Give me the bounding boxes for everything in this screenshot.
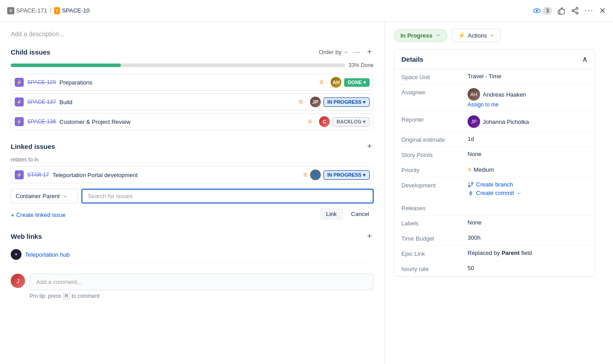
issue-type-icon: ⚡ [15, 78, 24, 87]
priority-text: Medium [473, 166, 494, 173]
releases-row: Releases [394, 200, 595, 216]
link-search-input[interactable] [81, 189, 374, 203]
link-type-select[interactable]: Container Parent [11, 189, 78, 203]
linked-issue-star17[interactable]: ⚡ STAR-17 Teleportation Portal developme… [11, 166, 374, 183]
link-submit-btn[interactable]: Link [320, 208, 343, 220]
share-icon [571, 7, 579, 15]
issue-129-actions: ≡ - AH DONE ▾ [319, 77, 370, 88]
hourly-rate-value[interactable]: 50 [468, 265, 587, 271]
order-by-button[interactable]: Order by [319, 49, 349, 55]
close-button[interactable]: ✕ [599, 6, 606, 16]
thumbsup-icon [558, 7, 566, 15]
linked-avatar: 👤 [310, 169, 321, 180]
assign-me-btn[interactable]: Assign to me [468, 102, 587, 108]
reporter-value: JP Johanna Pichotka [468, 115, 587, 128]
priority-label: Priority [401, 166, 464, 174]
description-placeholder[interactable]: Add a description... [11, 30, 374, 38]
status-label: In Progress [400, 32, 433, 39]
pro-tip: Pro tip: press M to comment [30, 293, 374, 299]
branch-icon [468, 182, 474, 188]
issue-id-138[interactable]: SPACE-138 [27, 119, 56, 125]
child-issue-row-1[interactable]: ⚡ SPACE-129 Preparations ≡ - AH DONE ▾ [11, 74, 374, 91]
reporter-row: Reporter JP Johanna Pichotka [394, 112, 595, 132]
linked-issues-section: Linked issues + relates to in ⚡ STAR-17 … [11, 141, 374, 220]
epic-link-value: Replaced by Parent field [468, 250, 587, 256]
issue-name-137: Build [60, 99, 295, 106]
chevron-down-icon [343, 50, 349, 55]
child-issue-row-3[interactable]: ⚡ SPACE-138 Customer & Project Review ≡ … [11, 113, 374, 130]
link-cancel-btn[interactable]: Cancel [347, 208, 374, 220]
original-estimate-value[interactable]: 1d [468, 135, 587, 142]
progress-fill [11, 63, 121, 67]
weblink-item-1[interactable]: ✦ Teleportation hub [11, 246, 374, 263]
status-chevron-icon [435, 33, 441, 38]
development-label: Development [401, 181, 464, 189]
actions-button[interactable]: ⚡ Actions [452, 29, 501, 42]
space-icon: S [7, 7, 14, 14]
child-issue-row-2[interactable]: ⚡ SPACE-137 Build ≡ - JP IN PROGRESS ▾ [11, 93, 374, 110]
time-budget-value[interactable]: 300h [468, 234, 587, 241]
linked-issue-id[interactable]: STAR-17 [27, 172, 49, 178]
weblinks-title: Web links [11, 233, 42, 240]
create-branch-btn[interactable]: Create branch [468, 181, 587, 188]
like-button[interactable] [558, 7, 566, 15]
child-issues-title: Child issues [11, 48, 50, 56]
weblink-name-1[interactable]: Teleportation hub [25, 251, 70, 258]
dash-129: - [326, 79, 328, 85]
share-button[interactable] [571, 7, 579, 15]
status-badge-137[interactable]: IN PROGRESS ▾ [324, 97, 370, 107]
breadcrumb-issue[interactable]: ! SPACE-10 [54, 7, 90, 14]
issue-type-icon-137: ⚡ [15, 97, 24, 106]
breadcrumb-space-label[interactable]: SPACE-171 [16, 7, 47, 14]
svg-point-3 [572, 9, 574, 12]
assignee-avatar[interactable]: AH [468, 88, 480, 101]
reporter-label: Reporter [401, 115, 464, 123]
issue-id-137[interactable]: SPACE-137 [27, 99, 56, 105]
weblinks-add-btn[interactable]: + [365, 231, 374, 242]
hourly-rate-row: hourly rate 50 [394, 261, 595, 276]
watch-button[interactable]: 3 [533, 7, 552, 15]
dash-137: - [306, 99, 307, 105]
space-unit-label: Space Unit [401, 73, 464, 80]
epic-link-bold: Parent [502, 250, 519, 256]
story-points-value[interactable]: None [468, 151, 587, 157]
status-actions-row: In Progress ⚡ Actions [394, 29, 595, 42]
labels-value[interactable]: None [468, 219, 587, 226]
svg-line-5 [574, 11, 576, 13]
collapse-details-btn[interactable]: ∧ [582, 55, 587, 63]
priority-icon-129: ≡ [319, 78, 324, 86]
issue-id-129[interactable]: SPACE-129 [27, 79, 56, 85]
priority-bar-icon: ≡ [468, 166, 471, 173]
linked-issue-name: Teleportation Portal development [52, 172, 299, 178]
more-button[interactable]: ··· [584, 6, 594, 15]
releases-label: Releases [401, 204, 464, 212]
create-linked-issue-btn[interactable]: + Create linked issue [11, 212, 66, 219]
create-commit-btn[interactable]: Create commit [468, 190, 587, 196]
time-budget-row: Time Budget 300h [394, 231, 595, 246]
comment-input[interactable]: Add a comment... [30, 274, 374, 290]
order-by-label: Order by [319, 49, 342, 55]
status-badge-138[interactable]: BACKLOG ▾ [332, 117, 370, 127]
left-panel: Add a description... Child issues Order … [0, 21, 385, 364]
breadcrumb: S SPACE-171 / ! SPACE-10 [7, 7, 89, 14]
progress-label: 33% Done [349, 62, 374, 68]
top-actions: 3 ··· ✕ [533, 6, 606, 16]
linked-issue-type-icon: ⚡ [15, 170, 24, 179]
priority-icon-138: ≡ [308, 118, 312, 126]
child-issues-add-btn[interactable]: + [365, 47, 374, 58]
status-badge-129[interactable]: DONE ▾ [344, 78, 370, 87]
child-issues-more-btn[interactable]: ··· [352, 47, 362, 57]
svg-point-1 [536, 9, 538, 12]
breadcrumb-issue-label[interactable]: SPACE-10 [62, 7, 89, 14]
linked-issues-add-btn[interactable]: + [365, 141, 374, 152]
child-issues-actions: Order by ··· + [319, 47, 374, 58]
status-dropdown[interactable]: In Progress [394, 29, 447, 42]
linked-status-badge[interactable]: IN PROGRESS ▾ [324, 170, 370, 180]
space-unit-row: Space Unit Travel - Time [394, 69, 595, 85]
link-select-label: Container Parent [16, 193, 60, 199]
priority-value[interactable]: ≡ Medium [468, 166, 587, 173]
issue-138-actions: ≡ - C BACKLOG ▾ [308, 116, 370, 127]
linked-issues-header: Linked issues + [11, 141, 374, 152]
issue-137-actions: ≡ - JP IN PROGRESS ▾ [298, 97, 370, 107]
breadcrumb-space[interactable]: S SPACE-171 [7, 7, 47, 14]
